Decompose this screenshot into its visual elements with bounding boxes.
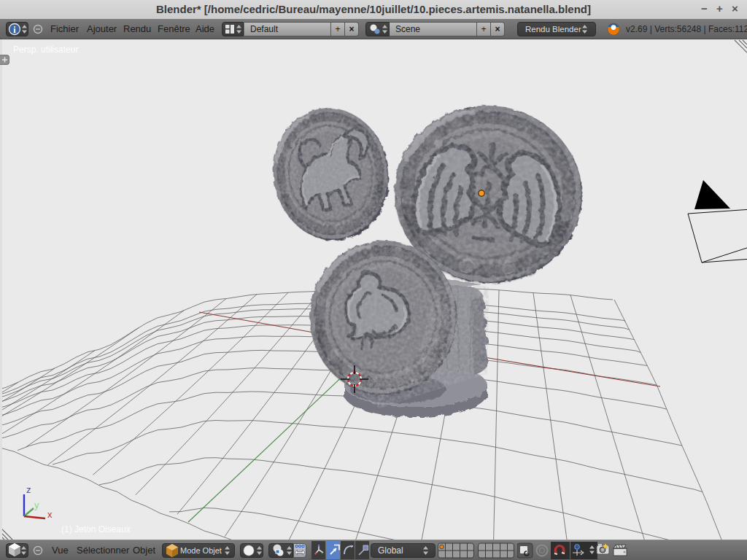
svg-text:z: z — [26, 484, 31, 495]
svg-text:x: x — [47, 509, 53, 520]
svg-text:y: y — [34, 499, 39, 510]
